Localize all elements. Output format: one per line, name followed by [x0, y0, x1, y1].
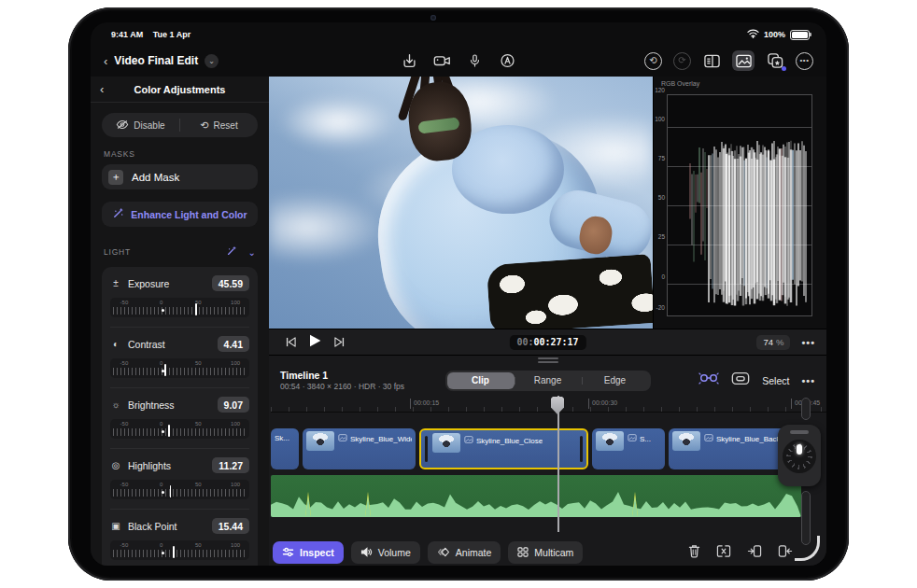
timeline-info: 00:54 · 3840 × 2160 · HDR · 30 fps	[280, 382, 404, 392]
overview-icon[interactable]	[731, 371, 750, 389]
slider-cursor[interactable]	[168, 425, 170, 437]
timecode-display[interactable]: 00:00:27:17	[509, 335, 585, 350]
timeline-tracks: Sk... Skyline_Blue_Wide Skyline_Blue_Clo…	[271, 413, 826, 533]
slider-ruler[interactable]: -50050100	[110, 419, 249, 439]
slider-ruler[interactable]: -50050100	[110, 480, 249, 499]
reset-button[interactable]: ⟲ Reset	[180, 119, 258, 132]
split-clip-icon[interactable]	[716, 544, 731, 562]
multicam-button[interactable]: Multicam	[508, 541, 583, 564]
volume-button[interactable]: Volume	[351, 541, 420, 564]
browser-icon[interactable]	[702, 51, 721, 70]
undo-icon[interactable]: ⟲	[644, 52, 662, 70]
color-adjustments-panel: ‹ Color Adjustments Disable ⟲ Reset MASK…	[91, 77, 269, 566]
viewer-zoom-control[interactable]: 74%	[756, 335, 790, 350]
viewer-icon[interactable]	[732, 50, 755, 71]
panel-back-icon[interactable]: ‹	[100, 82, 104, 96]
exposure-icon: ±	[110, 278, 121, 288]
trash-icon[interactable]	[688, 544, 700, 562]
trim-handle-left[interactable]	[425, 436, 428, 462]
battery-icon	[790, 30, 810, 40]
clip-skyline-short[interactable]: S...	[592, 428, 665, 469]
black-point-icon: ▣	[110, 521, 121, 531]
slider-value[interactable]: 11.27	[212, 457, 249, 473]
rgb-overlay-scope: RGB Overlay 120 100 75 50 25 0 -20	[653, 77, 826, 329]
insert-clip-icon[interactable]	[747, 544, 762, 562]
light-sliders-group: ± Exposure 45.59 -50050100 ◐ Contrast	[102, 267, 258, 566]
clock: 9:41 AM	[111, 30, 143, 39]
multicam-icon	[517, 547, 529, 559]
disable-reset-control: Disable ⟲ Reset	[102, 113, 258, 137]
enhance-light-color-button[interactable]: Enhance Light and Color	[102, 202, 258, 227]
append-clip-icon[interactable]	[778, 544, 793, 562]
enhance-label: Enhance Light and Color	[131, 209, 247, 220]
photo-icon	[338, 434, 347, 443]
front-camera	[430, 15, 436, 21]
scope-title: RGB Overlay	[661, 80, 699, 87]
timeline-resize-handle[interactable]	[269, 356, 826, 365]
battery-percent: 100%	[764, 30, 785, 39]
more-icon[interactable]: •••	[796, 52, 813, 70]
clip-skyline-partial[interactable]: Sk...	[271, 428, 299, 469]
mode-edge[interactable]: Edge	[582, 372, 649, 389]
slider-cursor[interactable]	[164, 364, 166, 376]
jog-wheel[interactable]	[778, 425, 821, 486]
video-viewer[interactable]	[269, 77, 653, 329]
inspect-button[interactable]: Inspect	[273, 541, 344, 564]
trim-handle-right[interactable]	[580, 436, 583, 462]
clip-thumbnail	[306, 431, 334, 451]
timeline-more-icon[interactable]: •••	[801, 375, 815, 386]
import-icon[interactable]	[401, 51, 419, 70]
right-toolbar: ⟲ ⟳ •••	[644, 50, 813, 71]
status-right: 100%	[747, 29, 810, 40]
wifi-icon	[747, 29, 759, 40]
ipad-device: 9:41 AM Tue 1 Apr 100% ‹ Video Final Edi…	[68, 7, 849, 581]
slider-value[interactable]: 4.41	[218, 336, 249, 352]
status-left: 9:41 AM Tue 1 Apr	[111, 30, 198, 39]
disable-label: Disable	[134, 120, 164, 131]
slider-label: Brightness	[128, 399, 175, 411]
slider-contrast: ◐ Contrast 4.41 -50050100	[110, 327, 249, 387]
status-bar: 9:41 AM Tue 1 Apr 100%	[91, 22, 826, 45]
slider-black-point: ▣ Black Point 15.44 -50050100	[110, 509, 249, 566]
pencil-tools-icon[interactable]	[499, 51, 517, 70]
play-button[interactable]	[309, 334, 321, 351]
jog-drag-handle[interactable]	[790, 430, 809, 434]
skip-forward-icon[interactable]	[334, 334, 345, 351]
camera-icon[interactable]	[433, 51, 452, 70]
slider-value[interactable]: 45.59	[212, 275, 249, 291]
slider-label: Highlights	[128, 460, 171, 471]
slider-ruler[interactable]: -50050100	[110, 358, 249, 378]
slider-cursor[interactable]	[173, 546, 175, 558]
photo-icon	[464, 436, 473, 445]
clip-skyline-blue-close[interactable]: Skyline_Blue_Close	[419, 428, 588, 469]
slider-value[interactable]: 15.44	[212, 518, 249, 534]
timeline-main: 00:00:15 00:00:30 00:00:45 Sk... Skyline…	[269, 396, 826, 566]
mode-range[interactable]: Range	[515, 372, 582, 389]
clip-skyline-blue-wide[interactable]: Skyline_Blue_Wide	[303, 428, 416, 469]
slider-cursor[interactable]	[195, 303, 197, 315]
jog-dial[interactable]	[783, 440, 816, 473]
slider-value[interactable]: 9.07	[218, 397, 249, 413]
timeline-ruler[interactable]: 00:00:15 00:00:30 00:00:45	[271, 396, 826, 413]
light-wand-icon[interactable]	[226, 244, 237, 260]
slider-ruler[interactable]: -50050100	[110, 298, 249, 317]
mic-icon[interactable]	[466, 51, 485, 70]
date: Tue 1 Apr	[153, 30, 191, 39]
mode-clip[interactable]: Clip	[447, 372, 515, 389]
title-bar: ‹ Video Final Edit ⌄ ⟲ ⟳ •••	[91, 45, 826, 77]
add-mask-button[interactable]: ＋ Add Mask	[102, 164, 258, 189]
audio-track[interactable]	[271, 475, 801, 517]
slider-ruler[interactable]: -50050100	[110, 540, 249, 560]
back-icon[interactable]: ‹	[104, 54, 107, 68]
scissors-icon[interactable]	[698, 371, 719, 389]
transport-more-icon[interactable]: •••	[801, 337, 815, 348]
skip-back-icon[interactable]	[286, 334, 296, 351]
light-collapse-chevron-icon[interactable]: ⌄	[248, 247, 256, 258]
scope-plot	[667, 94, 812, 316]
select-button[interactable]: Select	[762, 375, 789, 386]
disable-button[interactable]: Disable	[102, 119, 179, 132]
animate-button[interactable]: Animate	[428, 541, 501, 564]
project-menu-chevron-icon[interactable]: ⌄	[205, 54, 219, 68]
playhead[interactable]	[557, 396, 559, 532]
effects-icon[interactable]	[766, 51, 784, 70]
